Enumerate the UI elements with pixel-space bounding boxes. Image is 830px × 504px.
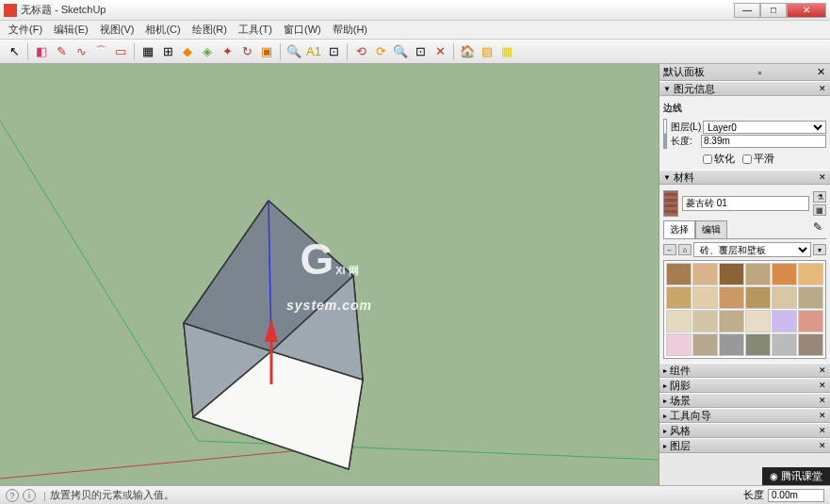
panel-styles-header[interactable]: ▸风格✕ [659, 423, 830, 438]
measurement-label: 长度 [743, 488, 764, 502]
brand-badge: ◉ 腾讯课堂 [762, 467, 830, 485]
tray-pin-icon[interactable]: ▫ [755, 67, 766, 78]
zoom-extents-icon[interactable]: ⊡ [412, 43, 429, 60]
menu-draw[interactable]: 绘图(R) [187, 21, 232, 39]
tray-header[interactable]: 默认面板 ▫ ✕ [659, 64, 830, 81]
layers-tool-icon[interactable]: ▦ [498, 43, 515, 60]
eyedropper-icon[interactable]: ⚗ [813, 191, 826, 203]
menubar: 文件(F) 编辑(E) 视图(V) 相机(C) 绘图(R) 工具(T) 窗口(W… [0, 21, 830, 40]
material-swatch[interactable] [666, 263, 692, 285]
measure-tool-icon[interactable]: ⊞ [159, 43, 176, 60]
separator [280, 43, 281, 60]
material-category-select[interactable]: 砖、覆层和壁板 [693, 242, 811, 257]
menu-camera[interactable]: 相机(C) [140, 21, 185, 39]
tab-edit[interactable]: 编辑 [695, 220, 727, 238]
material-swatch[interactable] [692, 310, 718, 333]
panel-components-header[interactable]: ▸组件✕ [659, 363, 830, 378]
material-swatch[interactable] [745, 333, 771, 356]
viewport[interactable]: GXI 网system.com [0, 64, 659, 485]
panel-close-icon[interactable]: ✕ [819, 172, 826, 182]
material-swatch[interactable] [798, 263, 823, 285]
scale-tool-icon[interactable]: ▣ [258, 43, 275, 60]
create-material-icon[interactable]: ▦ [813, 204, 826, 216]
separator [347, 43, 348, 60]
separator [134, 43, 135, 60]
material-swatch[interactable] [772, 310, 797, 333]
material-name-input[interactable] [682, 196, 809, 211]
material-swatch[interactable] [719, 310, 744, 333]
info-icon[interactable]: i [23, 489, 36, 502]
material-swatch[interactable] [719, 286, 744, 309]
material-swatch[interactable] [666, 310, 692, 333]
material-swatch[interactable] [666, 333, 692, 356]
follow-tool-icon[interactable]: ↻ [238, 43, 255, 60]
maximize-button[interactable]: □ [760, 3, 787, 18]
length-input[interactable] [701, 135, 826, 148]
material-swatch[interactable] [692, 333, 718, 356]
pencil-icon[interactable]: ✎ [809, 220, 826, 238]
minimize-button[interactable]: — [734, 3, 760, 18]
tape-tool-icon[interactable]: 🔍 [285, 43, 302, 60]
material-swatch[interactable] [719, 333, 744, 356]
material-swatch[interactable] [666, 286, 692, 309]
svg-line-1 [0, 450, 301, 479]
pencil-tool-icon[interactable]: ✎ [53, 43, 70, 60]
push-tool-icon[interactable]: ◈ [199, 43, 216, 60]
material-swatch[interactable] [772, 333, 797, 356]
layer-select[interactable]: Layer0 [703, 121, 826, 134]
panel-close-icon[interactable]: ✕ [819, 84, 826, 93]
panel-instructor-header[interactable]: ▸工具向导✕ [659, 408, 830, 423]
panel-materials-header[interactable]: ▼ 材料 ✕ [659, 170, 830, 185]
material-swatch[interactable] [719, 263, 744, 285]
smooth-checkbox[interactable]: 平滑 [742, 152, 774, 166]
material-swatch[interactable] [798, 333, 823, 356]
material-swatch[interactable] [772, 286, 797, 309]
section-tool-icon[interactable]: ▧ [479, 43, 496, 60]
material-swatch[interactable] [798, 286, 823, 309]
material-swatch[interactable] [772, 263, 797, 285]
paint-tool-icon[interactable]: ▦ [139, 43, 156, 60]
pan-tool-icon[interactable]: ⟳ [372, 43, 389, 60]
back-icon[interactable]: ← [663, 244, 676, 255]
tab-select[interactable]: 选择 [663, 220, 695, 238]
freehand-tool-icon[interactable]: ∿ [73, 43, 90, 60]
menu-window[interactable]: 窗口(W) [279, 21, 326, 39]
measurement-input[interactable] [768, 489, 824, 502]
material-swatch[interactable] [798, 310, 823, 333]
panel-shadows-header[interactable]: ▸阴影✕ [659, 378, 830, 393]
text-tool-icon[interactable]: A1 [305, 43, 322, 60]
window-title: 无标题 - SketchUp [21, 3, 734, 17]
details-icon[interactable]: ▾ [813, 244, 826, 255]
eraser-tool-icon[interactable]: ◧ [33, 43, 50, 60]
menu-view[interactable]: 视图(V) [95, 21, 139, 39]
side-panel: 默认面板 ▫ ✕ ▼ 图元信息 ✕ 边线 图层(L) Layer0 长度: [659, 64, 830, 485]
panel-entity-header[interactable]: ▼ 图元信息 ✕ [659, 81, 830, 96]
arc-tool-icon[interactable]: ⌒ [92, 43, 109, 60]
soften-checkbox[interactable]: 软化 [703, 152, 735, 166]
close-button[interactable]: ✕ [787, 3, 826, 18]
prev-view-icon[interactable]: 🏠 [459, 43, 476, 60]
panel-scenes-header[interactable]: ▸场景✕ [659, 393, 830, 408]
help-icon[interactable]: ? [6, 489, 19, 502]
menu-help[interactable]: 帮助(H) [328, 21, 372, 39]
separator [453, 43, 454, 60]
walk-tool-icon[interactable]: ✕ [431, 43, 448, 60]
menu-tools[interactable]: 工具(T) [234, 21, 277, 39]
move-tool-icon[interactable]: ◆ [179, 43, 196, 60]
tray-close-icon[interactable]: ✕ [815, 67, 826, 78]
rect-tool-icon[interactable]: ▭ [112, 43, 129, 60]
material-swatch[interactable] [745, 263, 771, 285]
rotate-tool-icon[interactable]: ✦ [219, 43, 236, 60]
panel-layers-header[interactable]: ▸图层✕ [659, 438, 830, 453]
material-swatch[interactable] [745, 310, 771, 333]
zoom-tool-icon[interactable]: 🔍 [392, 43, 409, 60]
select-tool-icon[interactable]: ↖ [6, 43, 23, 60]
material-swatch[interactable] [745, 286, 771, 309]
protractor-tool-icon[interactable]: ⊡ [325, 43, 342, 60]
home-icon[interactable]: ⌂ [678, 244, 692, 255]
menu-file[interactable]: 文件(F) [4, 21, 47, 39]
orbit-tool-icon[interactable]: ⟲ [352, 43, 369, 60]
material-swatch[interactable] [692, 263, 718, 285]
material-swatch[interactable] [692, 286, 718, 309]
menu-edit[interactable]: 编辑(E) [49, 21, 93, 39]
